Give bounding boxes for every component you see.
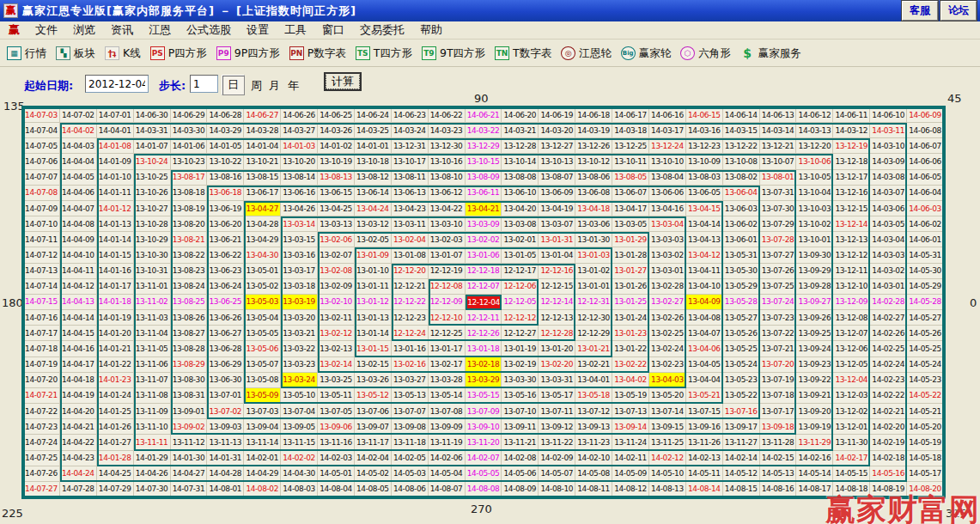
grid-cell: 14-07-11 — [23, 232, 60, 247]
grid-cell: 12-12-16 — [539, 264, 575, 279]
grid-cell: 13-08-27 — [171, 326, 208, 341]
grid-cell: 13-09-05 — [281, 419, 318, 435]
grid-cell: 14-07-09 — [23, 201, 60, 216]
grid-cell: 14-08-15 — [723, 482, 760, 497]
toolbar-button-行情[interactable]: ▦行情 — [7, 46, 46, 61]
toolbar-button-9P四方形[interactable]: P99P四方形 — [216, 46, 280, 61]
grid-cell: 13-03-15 — [281, 232, 318, 247]
toolbar-button-T数字表[interactable]: TNT数字表 — [495, 46, 551, 61]
menu-item-窗口[interactable]: 窗口 — [314, 21, 352, 40]
grid-cell: 14-01-16 — [97, 264, 134, 279]
grid-cell: 13-01-24 — [612, 310, 649, 326]
toolbar-label: 9T四方形 — [440, 46, 485, 61]
grid-cell: 14-05-06 — [502, 466, 539, 482]
period-option-年[interactable]: 年 — [288, 78, 299, 94]
grid-cell: 14-01-01 — [355, 138, 392, 154]
grid-cell: 13-09-18 — [760, 419, 797, 435]
toolbar-button-T四方形[interactable]: TST四方形 — [356, 46, 412, 61]
grid-cell: 13-02-21 — [575, 357, 612, 373]
grid-cell: 13-06-07 — [612, 186, 649, 201]
toolbar-button-板块[interactable]: ▚板块 — [56, 46, 95, 61]
toolbar-button-9T四方形[interactable]: T99T四方形 — [422, 46, 485, 61]
period-option-周[interactable]: 周 — [251, 78, 262, 94]
grid-cell: 13-02-17 — [429, 357, 466, 373]
candle-icon: ϯʇ — [105, 46, 119, 60]
menu-item-交易委托[interactable]: 交易委托 — [352, 21, 412, 40]
grid-cell: 13-12-15 — [833, 201, 870, 216]
grid-cell: 13-09-19 — [796, 419, 833, 435]
grid-cell: 13-07-20 — [760, 357, 797, 373]
grid-cell: 12-12-22 — [392, 295, 429, 310]
title-button-客服[interactable]: 客服 — [902, 1, 938, 21]
angle-label-90: 90 — [474, 92, 489, 105]
grid-cell: 13-04-07 — [686, 326, 723, 341]
grid-cell: 14-01-07 — [134, 138, 171, 154]
grid-cell: 14-04-08 — [60, 216, 97, 232]
toolbar-button-六角形[interactable]: ⬡六角形 — [680, 46, 731, 61]
grid-cell: 13-04-18 — [575, 201, 612, 216]
menu-item-资讯[interactable]: 资讯 — [103, 21, 141, 40]
menu-item-赢[interactable]: 赢 — [5, 21, 27, 40]
period-option-月[interactable]: 月 — [269, 78, 280, 94]
grid-cell: 13-09-08 — [392, 419, 429, 435]
title-button-论坛[interactable]: 论坛 — [940, 1, 977, 21]
grid-cell: 14-07-24 — [23, 435, 60, 450]
grid-cell: 14-05-18 — [907, 451, 944, 466]
grid-cell: 13-05-21 — [686, 388, 723, 404]
grid-cell: 14-04-26 — [134, 466, 171, 482]
grid-cell: 13-12-31 — [392, 138, 429, 154]
menu-item-浏览[interactable]: 浏览 — [65, 21, 103, 40]
grid-cell: 14-05-19 — [907, 435, 944, 450]
grid-cell: 13-07-15 — [686, 404, 723, 419]
toolbar-button-K线[interactable]: ϯʇK线 — [105, 46, 141, 61]
menu-item-工具[interactable]: 工具 — [277, 21, 314, 40]
grid-cell: 14-03-05 — [870, 216, 907, 232]
menu-item-江恩[interactable]: 江恩 — [141, 21, 179, 40]
grid-cell: 13-03-19 — [281, 295, 318, 310]
menu-item-文件[interactable]: 文件 — [27, 21, 65, 40]
grid-cell: 13-02-06 — [318, 232, 355, 247]
grid-cell: 14-05-27 — [907, 310, 944, 326]
step-input[interactable] — [190, 75, 218, 93]
grid-cell: 14-07-02 — [60, 107, 97, 123]
toolbar-button-赢家轮[interactable]: Big赢家轮 — [621, 46, 672, 61]
grid-cell: 14-07-30 — [134, 482, 171, 497]
toolbar-button-P四方形[interactable]: PSP四方形 — [150, 46, 207, 61]
period-option-日[interactable]: 日 — [222, 75, 245, 95]
grid-cell: 13-04-04 — [686, 373, 723, 388]
grid-cell: 13-12-17 — [833, 170, 870, 186]
menu-item-帮助[interactable]: 帮助 — [412, 21, 450, 40]
grid-cell: 14-01-19 — [97, 310, 134, 326]
grid-cell: 13-09-22 — [796, 373, 833, 388]
grid-cell: 13-10-01 — [796, 232, 833, 247]
grid-cell: 13-02-24 — [649, 341, 686, 356]
grid-cell: 12-12-06 — [502, 279, 539, 295]
grid-cell: 13-03-12 — [355, 216, 392, 232]
menu-item-设置[interactable]: 设置 — [239, 21, 277, 40]
grid-cell: 13-06-11 — [466, 186, 502, 201]
grid-cell: 13-07-01 — [207, 388, 244, 404]
grid-cell: 13-10-15 — [466, 154, 502, 169]
toolbar-label: 行情 — [25, 46, 46, 61]
grid-cell: 14-05-22 — [907, 388, 944, 404]
grid-cell: 14-03-21 — [502, 123, 539, 138]
start-date-input[interactable] — [85, 75, 149, 93]
menu-item-公式选股[interactable]: 公式选股 — [179, 21, 239, 40]
toolbar-button-P数字表[interactable]: PNP数字表 — [289, 46, 346, 61]
grid-cell: 13-09-23 — [796, 357, 833, 373]
compute-button[interactable]: 计算 — [324, 72, 362, 91]
grid-cell: 13-09-01 — [171, 404, 208, 419]
grid-cell: 13-12-23 — [686, 138, 723, 154]
grid-cell: 14-05-31 — [907, 247, 944, 263]
grid-cell: 13-03-11 — [392, 216, 429, 232]
toolbar-button-江恩轮[interactable]: ◎江恩轮 — [561, 46, 612, 61]
grid-cell: 14-03-14 — [760, 123, 797, 138]
grid-cell: 13-12-27 — [539, 138, 575, 154]
grid-cell: 14-04-22 — [60, 435, 97, 450]
toolbar-button-赢家服务[interactable]: $赢家服务 — [740, 46, 801, 61]
grid-cell: 13-05-15 — [466, 388, 502, 404]
grid-cell: 14-02-14 — [723, 451, 760, 466]
grid-cell: 13-08-04 — [649, 170, 686, 186]
grid-cell: 14-05-12 — [723, 466, 760, 482]
grid-cell: 13-04-10 — [686, 279, 723, 295]
